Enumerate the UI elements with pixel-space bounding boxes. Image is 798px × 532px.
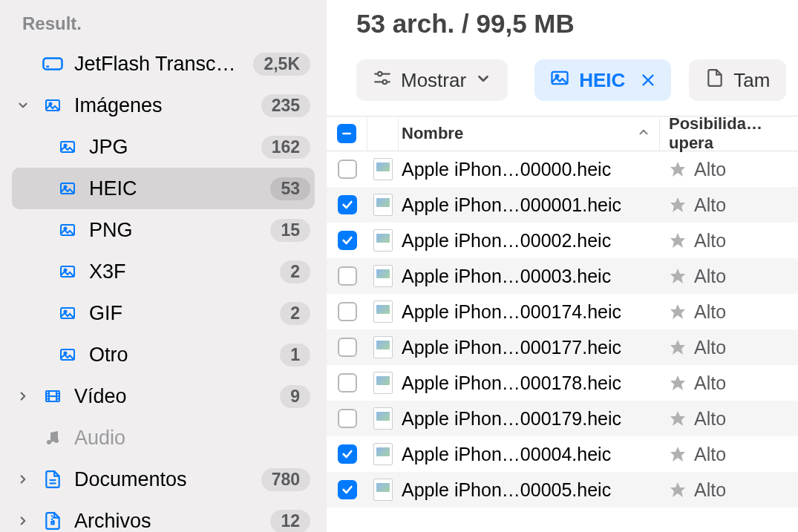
table-row[interactable]: Apple iPhon…00002.heic Alto xyxy=(327,223,798,258)
image-icon xyxy=(56,221,79,239)
image-icon xyxy=(56,263,79,280)
row-checkbox[interactable] xyxy=(338,266,357,286)
star-icon[interactable] xyxy=(669,410,687,427)
row-checkbox[interactable] xyxy=(338,409,357,428)
sidebar-item-count: 162 xyxy=(261,136,310,159)
row-checkbox[interactable] xyxy=(338,444,357,464)
svg-marker-49 xyxy=(670,411,685,426)
table-row[interactable]: Apple iPhon…00004.heic Alto xyxy=(327,436,798,472)
svg-point-25 xyxy=(54,439,59,443)
star-icon[interactable] xyxy=(669,267,687,285)
chevron-up-icon xyxy=(637,124,650,143)
col-header-name[interactable]: Nombre xyxy=(399,116,660,151)
file-thumb-icon xyxy=(373,372,393,394)
video-icon xyxy=(42,387,64,405)
svg-rect-32 xyxy=(51,522,53,524)
filter-chip-heic[interactable]: HEIC xyxy=(534,59,671,101)
row-checkbox[interactable] xyxy=(338,302,357,321)
header-checkbox[interactable] xyxy=(337,124,356,143)
chevron-right-icon[interactable] xyxy=(16,473,31,486)
sidebar-title: Result. xyxy=(0,13,327,43)
table-row[interactable]: Apple iPhon…00005.heic Alto xyxy=(327,472,798,508)
table-row[interactable]: Apple iPhon…00000.heic Alto xyxy=(327,151,798,187)
file-thumb-icon xyxy=(373,443,393,465)
star-icon[interactable] xyxy=(669,303,687,321)
probability-label: Alto xyxy=(694,230,726,252)
sidebar-item-jpg[interactable]: JPG 162 xyxy=(0,126,327,168)
chevron-right-icon[interactable] xyxy=(16,390,31,403)
sidebar-item-imgenes[interactable]: Imágenes 235 xyxy=(0,85,327,126)
star-icon[interactable] xyxy=(669,374,687,392)
probability-label: Alto xyxy=(694,444,726,465)
col-header-probability[interactable]: Posibilida…upera xyxy=(660,116,798,151)
file-thumb-icon xyxy=(373,265,393,287)
sidebar-item-count: 12 xyxy=(270,510,310,533)
chevron-right-icon[interactable] xyxy=(16,514,31,528)
svg-marker-51 xyxy=(670,482,685,497)
sidebar-item-label: JetFlash Transce… xyxy=(74,53,243,76)
sidebar-item-jetflashtransce[interactable]: JetFlash Transce… 2,5K xyxy=(0,43,327,85)
row-checkbox[interactable] xyxy=(338,231,357,250)
table-row[interactable]: Apple iPhon…000179.heic Alto xyxy=(327,401,798,436)
star-icon[interactable] xyxy=(669,445,687,463)
svg-marker-42 xyxy=(670,162,685,177)
file-name: Apple iPhon…000177.heic xyxy=(399,337,660,358)
row-checkbox[interactable] xyxy=(338,338,357,357)
sidebar-item-count: 235 xyxy=(261,94,310,117)
table-row[interactable]: Apple iPhon…000178.heic Alto xyxy=(327,365,798,401)
sidebar-item-count: 2 xyxy=(280,260,310,283)
sidebar-item-x3f[interactable]: X3F 2 xyxy=(0,251,327,292)
header: 53 arch. / 99,5 MB xyxy=(327,0,798,59)
sidebar-item-audio[interactable]: Audio xyxy=(0,417,327,459)
star-icon[interactable] xyxy=(669,196,687,214)
star-icon[interactable] xyxy=(669,338,687,356)
sidebar-item-gif[interactable]: GIF 2 xyxy=(0,292,327,334)
table-row[interactable]: Apple iPhon…00003.heic Alto xyxy=(327,258,798,294)
file-name: Apple iPhon…000178.heic xyxy=(399,372,660,394)
sidebar: Result. JetFlash Transce… 2,5K Imágenes … xyxy=(0,0,327,532)
size-button[interactable]: Tam xyxy=(689,59,786,101)
sidebar-item-heic[interactable]: HEIC 53 xyxy=(12,168,315,209)
chevron-down-icon xyxy=(475,69,491,92)
row-checkbox[interactable] xyxy=(338,480,357,499)
sidebar-item-otro[interactable]: Otro 1 xyxy=(0,334,327,375)
chevron-down-icon[interactable] xyxy=(16,99,31,112)
probability-label: Alto xyxy=(694,301,726,323)
table-row[interactable]: Apple iPhon…000174.heic Alto xyxy=(327,294,798,329)
sidebar-item-count: 53 xyxy=(270,177,310,200)
archive-icon xyxy=(42,510,64,532)
file-name: Apple iPhon…000174.heic xyxy=(399,301,660,323)
sidebar-item-label: Audio xyxy=(74,427,310,450)
star-icon[interactable] xyxy=(669,160,687,178)
sidebar-item-label: HEIC xyxy=(89,177,260,200)
sidebar-item-png[interactable]: PNG 15 xyxy=(0,209,327,251)
file-name: Apple iPhon…00000.heic xyxy=(399,159,660,180)
svg-marker-47 xyxy=(670,340,685,355)
star-icon[interactable] xyxy=(669,481,687,499)
sidebar-item-vdeo[interactable]: Vídeo 9 xyxy=(0,375,327,417)
table-row[interactable]: Apple iPhon…000001.heic Alto xyxy=(327,187,798,223)
row-checkbox[interactable] xyxy=(338,160,357,179)
sidebar-item-label: Archivos xyxy=(74,510,260,533)
file-name: Apple iPhon…000001.heic xyxy=(399,194,660,216)
row-checkbox[interactable] xyxy=(338,195,357,214)
svg-point-24 xyxy=(47,440,51,444)
sidebar-item-label: Documentos xyxy=(74,468,251,491)
col-header-check[interactable] xyxy=(327,116,367,151)
show-button[interactable]: Mostrar xyxy=(356,59,508,101)
star-icon[interactable] xyxy=(669,231,687,249)
document-icon xyxy=(705,68,725,93)
sidebar-item-label: GIF xyxy=(89,302,269,325)
svg-marker-45 xyxy=(670,269,685,283)
table-row[interactable]: Apple iPhon…000177.heic Alto xyxy=(327,329,798,365)
sidebar-item-archivos[interactable]: Archivos 12 xyxy=(0,500,327,532)
probability-label: Alto xyxy=(694,479,726,501)
main-panel: 53 arch. / 99,5 MB Mostrar HEIC xyxy=(327,0,798,532)
row-checkbox[interactable] xyxy=(338,373,357,393)
svg-point-34 xyxy=(378,71,382,75)
sidebar-item-label: X3F xyxy=(89,260,269,283)
toolbar: Mostrar HEIC Tam xyxy=(327,59,798,116)
file-thumb-icon xyxy=(373,336,393,358)
close-icon[interactable] xyxy=(640,72,656,88)
sidebar-item-documentos[interactable]: Documentos 780 xyxy=(0,459,327,500)
